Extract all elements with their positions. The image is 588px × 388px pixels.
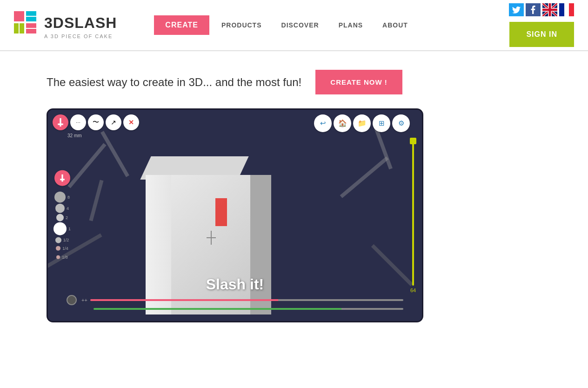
svg-rect-2 [26, 17, 36, 21]
size-8: 8 [67, 194, 70, 201]
logo-tagline: A 3D PIECE OF CAKE [44, 33, 113, 39]
tagline-text: The easiest way to create in 3D... and t… [47, 76, 301, 89]
3d-scene: 32 mm 8 4 [48, 110, 422, 321]
sign-in-button[interactable]: SIGN IN [509, 22, 574, 47]
size-quarter: 1/4 [62, 245, 68, 252]
top-left-toolbar: ⋯ 〜 ↗ ✕ [53, 114, 139, 130]
twitter-icon[interactable] [509, 3, 524, 16]
size-1: 1 [68, 225, 71, 233]
tool-btn-active[interactable] [54, 170, 70, 186]
size-half: 1/2 [63, 236, 69, 244]
tr-settings-btn[interactable]: ⚙ [392, 114, 410, 132]
progress-bar-green[interactable] [94, 308, 403, 310]
tool-wave-btn[interactable]: 〜 [88, 114, 104, 130]
tr-folder-btn[interactable]: 📁 [353, 114, 371, 132]
svg-rect-0 [14, 11, 24, 21]
uk-flag-icon[interactable] [542, 3, 557, 16]
create-nav-button[interactable]: CREATE [154, 15, 209, 35]
nav-products[interactable]: PRODUCTS [214, 17, 269, 33]
svg-rect-8 [61, 174, 63, 182]
size-4: 4 [67, 205, 69, 212]
logo-icon [14, 11, 40, 34]
svg-rect-4 [20, 23, 24, 33]
svg-rect-3 [14, 23, 19, 33]
svg-rect-9 [60, 179, 65, 180]
right-slider[interactable]: 64 [410, 138, 416, 293]
playback-circle-1 [67, 295, 77, 305]
svg-rect-11 [58, 123, 63, 125]
main-nav: CREATE PRODUCTS DISCOVER PLANS ABOUT [154, 15, 415, 35]
svg-rect-6 [26, 29, 36, 33]
3d-box [141, 156, 262, 296]
nav-discover[interactable]: DISCOVER [274, 17, 327, 33]
tr-home-btn[interactable]: 🏠 [334, 114, 351, 132]
svg-rect-5 [26, 23, 36, 28]
progress-bar-red[interactable] [90, 299, 403, 301]
tool-arrow-btn[interactable]: ↗ [106, 114, 121, 130]
svg-rect-1 [26, 11, 36, 16]
france-flag-icon[interactable] [559, 3, 574, 16]
slider-value: 64 [410, 288, 416, 293]
tr-back-btn[interactable]: ↩ [314, 114, 332, 132]
tool-active-btn[interactable] [53, 114, 68, 130]
size-eighth: 1/8 [62, 253, 68, 261]
facebook-icon[interactable] [526, 3, 541, 16]
tr-grid-btn[interactable]: ⊞ [373, 114, 390, 132]
top-right-toolbar: ↩ 🏠 📁 ⊞ ⚙ [314, 114, 410, 132]
size-2: 2 [66, 214, 68, 221]
slash-it-label: Slash it! [206, 276, 264, 293]
create-now-button[interactable]: CREATE NOW ! [315, 70, 402, 94]
slider-track [412, 138, 414, 286]
nav-about[interactable]: ABOUT [375, 17, 415, 33]
social-icons [509, 3, 574, 16]
svg-rect-10 [60, 118, 61, 127]
tool-dots-btn[interactable]: ⋯ [70, 114, 86, 130]
logo-text: 3DSLASH [44, 14, 117, 32]
mm-label: 32 mm [67, 133, 82, 138]
preview-container: 32 mm 8 4 [47, 108, 423, 322]
nav-plans[interactable]: PLANS [331, 17, 370, 33]
tool-close-btn[interactable]: ✕ [123, 114, 139, 130]
logo-area: 3DSLASH A 3D PIECE OF CAKE [14, 11, 117, 39]
header: 3DSLASH A 3D PIECE OF CAKE CREATE PRODUC… [0, 0, 588, 51]
tagline-row: The easiest way to create in 3D... and t… [47, 70, 574, 94]
tool-size-panel: 8 4 2 1 1/2 [53, 170, 71, 261]
header-right: SIGN IN [509, 3, 574, 47]
bottom-bars: ++ [67, 295, 403, 313]
main-content: The easiest way to create in 3D... and t… [0, 51, 588, 341]
